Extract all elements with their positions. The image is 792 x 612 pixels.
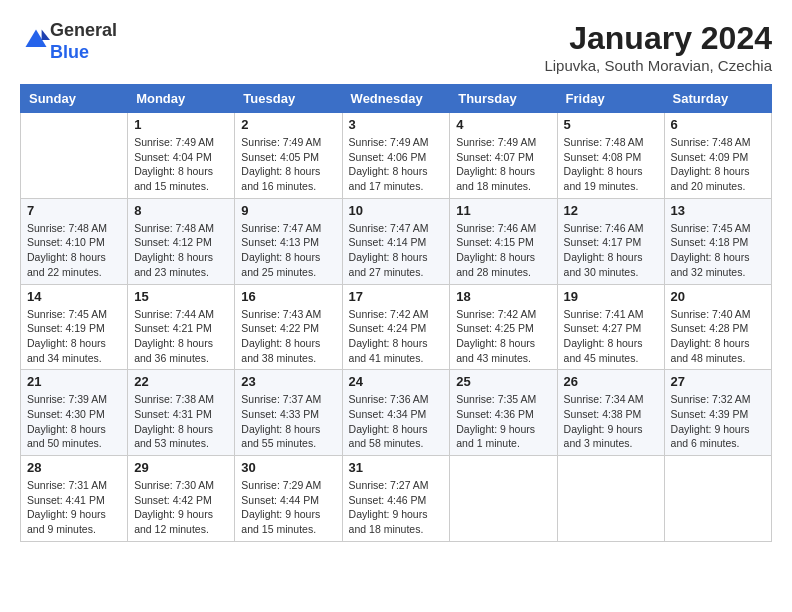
logo-icon (22, 26, 50, 54)
day-info: Sunrise: 7:36 AM Sunset: 4:34 PM Dayligh… (349, 392, 444, 451)
calendar-cell: 24Sunrise: 7:36 AM Sunset: 4:34 PM Dayli… (342, 370, 450, 456)
calendar-cell: 29Sunrise: 7:30 AM Sunset: 4:42 PM Dayli… (128, 456, 235, 542)
day-info: Sunrise: 7:48 AM Sunset: 4:10 PM Dayligh… (27, 221, 121, 280)
location: Lipuvka, South Moravian, Czechia (544, 57, 772, 74)
calendar-cell: 28Sunrise: 7:31 AM Sunset: 4:41 PM Dayli… (21, 456, 128, 542)
calendar-cell: 4Sunrise: 7:49 AM Sunset: 4:07 PM Daylig… (450, 113, 557, 199)
day-info: Sunrise: 7:49 AM Sunset: 4:05 PM Dayligh… (241, 135, 335, 194)
day-info: Sunrise: 7:31 AM Sunset: 4:41 PM Dayligh… (27, 478, 121, 537)
day-info: Sunrise: 7:48 AM Sunset: 4:08 PM Dayligh… (564, 135, 658, 194)
column-header-friday: Friday (557, 85, 664, 113)
calendar-cell: 17Sunrise: 7:42 AM Sunset: 4:24 PM Dayli… (342, 284, 450, 370)
calendar-cell: 27Sunrise: 7:32 AM Sunset: 4:39 PM Dayli… (664, 370, 771, 456)
calendar-week-3: 14Sunrise: 7:45 AM Sunset: 4:19 PM Dayli… (21, 284, 772, 370)
day-number: 8 (134, 203, 228, 218)
column-header-saturday: Saturday (664, 85, 771, 113)
logo-blue-text: Blue (50, 42, 117, 64)
day-number: 11 (456, 203, 550, 218)
calendar-week-2: 7Sunrise: 7:48 AM Sunset: 4:10 PM Daylig… (21, 198, 772, 284)
calendar-cell: 1Sunrise: 7:49 AM Sunset: 4:04 PM Daylig… (128, 113, 235, 199)
day-number: 13 (671, 203, 765, 218)
column-header-wednesday: Wednesday (342, 85, 450, 113)
day-info: Sunrise: 7:49 AM Sunset: 4:04 PM Dayligh… (134, 135, 228, 194)
calendar-week-5: 28Sunrise: 7:31 AM Sunset: 4:41 PM Dayli… (21, 456, 772, 542)
calendar-cell: 31Sunrise: 7:27 AM Sunset: 4:46 PM Dayli… (342, 456, 450, 542)
day-number: 1 (134, 117, 228, 132)
column-header-tuesday: Tuesday (235, 85, 342, 113)
day-number: 29 (134, 460, 228, 475)
day-info: Sunrise: 7:47 AM Sunset: 4:13 PM Dayligh… (241, 221, 335, 280)
day-info: Sunrise: 7:38 AM Sunset: 4:31 PM Dayligh… (134, 392, 228, 451)
day-number: 15 (134, 289, 228, 304)
calendar-cell: 2Sunrise: 7:49 AM Sunset: 4:05 PM Daylig… (235, 113, 342, 199)
calendar-week-4: 21Sunrise: 7:39 AM Sunset: 4:30 PM Dayli… (21, 370, 772, 456)
calendar-cell: 11Sunrise: 7:46 AM Sunset: 4:15 PM Dayli… (450, 198, 557, 284)
day-number: 5 (564, 117, 658, 132)
day-number: 31 (349, 460, 444, 475)
day-number: 25 (456, 374, 550, 389)
column-header-thursday: Thursday (450, 85, 557, 113)
calendar-cell: 15Sunrise: 7:44 AM Sunset: 4:21 PM Dayli… (128, 284, 235, 370)
day-info: Sunrise: 7:41 AM Sunset: 4:27 PM Dayligh… (564, 307, 658, 366)
day-info: Sunrise: 7:45 AM Sunset: 4:19 PM Dayligh… (27, 307, 121, 366)
calendar-cell: 8Sunrise: 7:48 AM Sunset: 4:12 PM Daylig… (128, 198, 235, 284)
calendar-cell: 25Sunrise: 7:35 AM Sunset: 4:36 PM Dayli… (450, 370, 557, 456)
day-info: Sunrise: 7:49 AM Sunset: 4:06 PM Dayligh… (349, 135, 444, 194)
day-number: 27 (671, 374, 765, 389)
logo-general-text: General (50, 20, 117, 42)
calendar-cell: 5Sunrise: 7:48 AM Sunset: 4:08 PM Daylig… (557, 113, 664, 199)
month-title: January 2024 (544, 20, 772, 57)
day-number: 16 (241, 289, 335, 304)
column-header-monday: Monday (128, 85, 235, 113)
calendar-cell: 19Sunrise: 7:41 AM Sunset: 4:27 PM Dayli… (557, 284, 664, 370)
day-number: 7 (27, 203, 121, 218)
calendar-cell (664, 456, 771, 542)
day-info: Sunrise: 7:30 AM Sunset: 4:42 PM Dayligh… (134, 478, 228, 537)
column-header-sunday: Sunday (21, 85, 128, 113)
svg-marker-1 (42, 29, 50, 40)
day-info: Sunrise: 7:42 AM Sunset: 4:24 PM Dayligh… (349, 307, 444, 366)
calendar-cell: 23Sunrise: 7:37 AM Sunset: 4:33 PM Dayli… (235, 370, 342, 456)
day-number: 28 (27, 460, 121, 475)
day-number: 18 (456, 289, 550, 304)
calendar-cell: 16Sunrise: 7:43 AM Sunset: 4:22 PM Dayli… (235, 284, 342, 370)
day-info: Sunrise: 7:46 AM Sunset: 4:17 PM Dayligh… (564, 221, 658, 280)
title-block: January 2024 Lipuvka, South Moravian, Cz… (544, 20, 772, 74)
calendar-cell: 26Sunrise: 7:34 AM Sunset: 4:38 PM Dayli… (557, 370, 664, 456)
calendar-cell (450, 456, 557, 542)
calendar-cell: 9Sunrise: 7:47 AM Sunset: 4:13 PM Daylig… (235, 198, 342, 284)
day-info: Sunrise: 7:34 AM Sunset: 4:38 PM Dayligh… (564, 392, 658, 451)
day-info: Sunrise: 7:49 AM Sunset: 4:07 PM Dayligh… (456, 135, 550, 194)
calendar-table: SundayMondayTuesdayWednesdayThursdayFrid… (20, 84, 772, 542)
calendar-header: SundayMondayTuesdayWednesdayThursdayFrid… (21, 85, 772, 113)
calendar-cell: 7Sunrise: 7:48 AM Sunset: 4:10 PM Daylig… (21, 198, 128, 284)
day-info: Sunrise: 7:47 AM Sunset: 4:14 PM Dayligh… (349, 221, 444, 280)
calendar-cell: 12Sunrise: 7:46 AM Sunset: 4:17 PM Dayli… (557, 198, 664, 284)
day-number: 12 (564, 203, 658, 218)
day-number: 6 (671, 117, 765, 132)
day-number: 3 (349, 117, 444, 132)
calendar-cell: 10Sunrise: 7:47 AM Sunset: 4:14 PM Dayli… (342, 198, 450, 284)
day-number: 9 (241, 203, 335, 218)
calendar-cell: 6Sunrise: 7:48 AM Sunset: 4:09 PM Daylig… (664, 113, 771, 199)
calendar-cell (557, 456, 664, 542)
day-info: Sunrise: 7:29 AM Sunset: 4:44 PM Dayligh… (241, 478, 335, 537)
day-info: Sunrise: 7:32 AM Sunset: 4:39 PM Dayligh… (671, 392, 765, 451)
day-number: 21 (27, 374, 121, 389)
day-number: 22 (134, 374, 228, 389)
day-info: Sunrise: 7:27 AM Sunset: 4:46 PM Dayligh… (349, 478, 444, 537)
day-info: Sunrise: 7:44 AM Sunset: 4:21 PM Dayligh… (134, 307, 228, 366)
day-number: 20 (671, 289, 765, 304)
day-info: Sunrise: 7:45 AM Sunset: 4:18 PM Dayligh… (671, 221, 765, 280)
calendar-cell: 18Sunrise: 7:42 AM Sunset: 4:25 PM Dayli… (450, 284, 557, 370)
day-info: Sunrise: 7:40 AM Sunset: 4:28 PM Dayligh… (671, 307, 765, 366)
day-info: Sunrise: 7:35 AM Sunset: 4:36 PM Dayligh… (456, 392, 550, 451)
calendar-cell: 20Sunrise: 7:40 AM Sunset: 4:28 PM Dayli… (664, 284, 771, 370)
day-number: 19 (564, 289, 658, 304)
calendar-cell: 13Sunrise: 7:45 AM Sunset: 4:18 PM Dayli… (664, 198, 771, 284)
day-number: 14 (27, 289, 121, 304)
day-info: Sunrise: 7:39 AM Sunset: 4:30 PM Dayligh… (27, 392, 121, 451)
calendar-week-1: 1Sunrise: 7:49 AM Sunset: 4:04 PM Daylig… (21, 113, 772, 199)
day-number: 4 (456, 117, 550, 132)
day-number: 24 (349, 374, 444, 389)
